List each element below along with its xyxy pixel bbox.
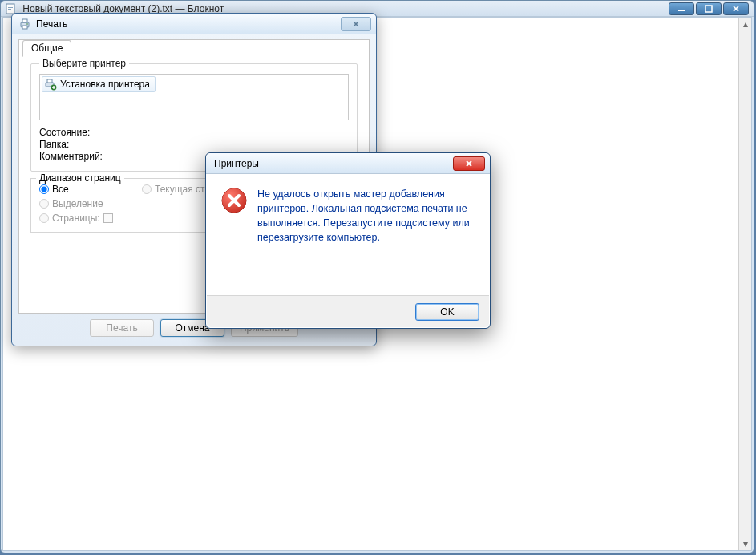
error-dialog-title: Принтеры [214, 158, 453, 169]
svg-rect-2 [8, 7, 13, 8]
svg-rect-8 [22, 26, 27, 29]
folder-label: Папка: [39, 139, 69, 150]
close-button[interactable] [723, 2, 749, 15]
error-dialog-close-button[interactable] [453, 156, 485, 171]
range-all-input[interactable] [39, 184, 49, 194]
scroll-track[interactable] [739, 30, 751, 537]
print-dialog-title: Печать [18, 18, 341, 30]
page-range-legend: Диапазон страниц [36, 172, 124, 184]
status-label: Состояние: [39, 127, 90, 138]
svg-point-9 [26, 23, 28, 25]
error-icon [220, 187, 248, 290]
error-dialog-footer: OK [207, 295, 489, 327]
printer-icon [18, 18, 31, 30]
status-row: Состояние: [39, 127, 349, 138]
add-printer-label: Установка принтера [60, 79, 150, 90]
svg-rect-3 [8, 9, 11, 10]
svg-rect-1 [8, 6, 13, 6]
ok-button[interactable]: OK [415, 303, 479, 321]
svg-rect-7 [22, 19, 27, 22]
error-dialog-titlebar[interactable]: Принтеры [206, 153, 490, 174]
tab-general[interactable]: Общие [22, 40, 71, 57]
error-dialog: Принтеры Не удалось открыть мастер добав… [205, 152, 491, 329]
print-dialog-title-text: Печать [36, 18, 67, 30]
range-selection-label: Выделение [52, 198, 103, 209]
range-all-radio[interactable]: Все [39, 184, 135, 195]
folder-row: Папка: [39, 139, 349, 150]
add-printer-item[interactable]: Установка принтера [42, 76, 156, 92]
range-pages-label: Страницы: [52, 213, 100, 224]
minimize-button[interactable] [669, 2, 694, 15]
window-controls [669, 2, 749, 15]
scroll-up-button[interactable]: ▴ [739, 18, 751, 30]
print-dialog-close-button[interactable] [341, 17, 371, 31]
add-printer-icon [44, 78, 57, 91]
range-pages-input-radio [39, 213, 49, 223]
pages-input [103, 213, 113, 223]
scroll-down-button[interactable]: ▾ [739, 537, 751, 550]
printer-list[interactable]: Установка принтера [39, 74, 349, 120]
range-pages-radio: Страницы: [39, 213, 135, 224]
range-selection-radio: Выделение [39, 198, 135, 209]
error-dialog-body: Не удалось открыть мастер добавления при… [206, 174, 490, 294]
range-all-label: Все [52, 184, 69, 195]
error-message: Не удалось открыть мастер добавления при… [257, 187, 475, 290]
vertical-scrollbar[interactable]: ▴ ▾ [738, 18, 751, 550]
svg-rect-11 [47, 79, 52, 83]
comment-label: Комментарий: [39, 151, 103, 162]
print-dialog-titlebar[interactable]: Печать [12, 14, 376, 34]
select-printer-legend: Выберите принтер [39, 58, 129, 69]
svg-rect-5 [705, 6, 712, 12]
maximize-button[interactable] [696, 2, 722, 15]
range-selection-input [39, 199, 49, 209]
print-button: Печать [90, 319, 154, 337]
tab-strip: Общие [19, 40, 369, 55]
range-current-input [142, 184, 152, 194]
